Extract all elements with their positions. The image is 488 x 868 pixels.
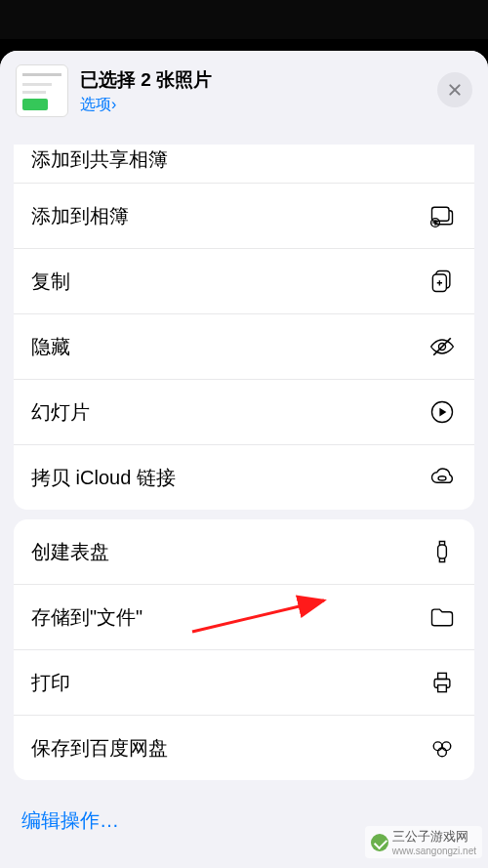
- selection-title: 已选择 2 张照片: [80, 67, 212, 93]
- action-copy-icloud-link[interactable]: 拷贝 iCloud 链接: [14, 445, 474, 510]
- action-label: 复制: [31, 269, 70, 295]
- action-slideshow[interactable]: 幻灯片: [14, 380, 474, 445]
- action-create-watchface[interactable]: 创建表盘: [14, 519, 474, 585]
- action-label: 存储到"文件": [31, 604, 142, 631]
- selection-thumbnail: [16, 64, 68, 117]
- albums-add-icon: [427, 201, 457, 230]
- svg-rect-11: [438, 545, 447, 558]
- action-copy[interactable]: 复制: [14, 249, 474, 314]
- actions-scroll[interactable]: 添加到共享相簿 添加到相簿 复制: [0, 145, 488, 868]
- folder-icon: [427, 602, 457, 632]
- printer-icon: [427, 668, 457, 697]
- svg-rect-13: [438, 673, 447, 679]
- close-icon: [447, 82, 463, 98]
- action-hide[interactable]: 隐藏: [14, 314, 474, 380]
- watermark: 三公子游戏网 www.sangongzi.net: [365, 826, 482, 858]
- action-print[interactable]: 打印: [14, 650, 474, 716]
- copy-icon: [427, 267, 457, 296]
- action-group-2: 创建表盘 存储到"文件" 打印: [14, 519, 474, 780]
- action-save-to-files[interactable]: 存储到"文件": [14, 585, 474, 650]
- action-group-1: 添加到相簿 复制 隐藏: [14, 184, 474, 510]
- svg-point-15: [433, 742, 442, 751]
- baidu-cloud-icon: [427, 733, 457, 763]
- viewport: 已选择 2 张照片 选项› 添加到共享相簿 添加到相簿: [0, 0, 488, 868]
- share-sheet: 已选择 2 张照片 选项› 添加到共享相簿 添加到相簿: [0, 51, 488, 868]
- svg-point-16: [442, 742, 451, 751]
- action-save-to-baidu[interactable]: 保存到百度网盘: [14, 716, 474, 780]
- action-label: 隐藏: [31, 334, 70, 360]
- action-label: 幻灯片: [31, 399, 90, 426]
- options-link[interactable]: 选项›: [80, 95, 212, 115]
- svg-point-10: [438, 476, 446, 480]
- action-label: 添加到共享相簿: [31, 146, 168, 173]
- action-label: 创建表盘: [31, 539, 109, 565]
- eye-slash-icon: [427, 332, 457, 361]
- cloud-link-icon: [427, 463, 457, 492]
- action-label: 拷贝 iCloud 链接: [31, 465, 176, 491]
- header-text: 已选择 2 张照片 选项›: [80, 67, 212, 115]
- action-add-to-shared-album[interactable]: 添加到共享相簿: [14, 145, 474, 184]
- action-label: 添加到相簿: [31, 203, 129, 229]
- action-label: 保存到百度网盘: [31, 735, 168, 762]
- annotation-arrow: [187, 593, 334, 638]
- svg-point-17: [438, 748, 447, 757]
- statusbar: [0, 0, 488, 39]
- watermark-url: www.sangongzi.net: [392, 846, 476, 856]
- svg-rect-14: [438, 685, 447, 692]
- watermark-logo-icon: [371, 834, 388, 851]
- watermark-text: 三公子游戏网: [392, 828, 476, 846]
- share-header: 已选择 2 张照片 选项›: [0, 51, 488, 131]
- action-label: 打印: [31, 670, 70, 696]
- action-add-to-album[interactable]: 添加到相簿: [14, 184, 474, 249]
- close-button[interactable]: [437, 72, 472, 107]
- play-circle-icon: [427, 397, 457, 427]
- watch-icon: [427, 537, 457, 566]
